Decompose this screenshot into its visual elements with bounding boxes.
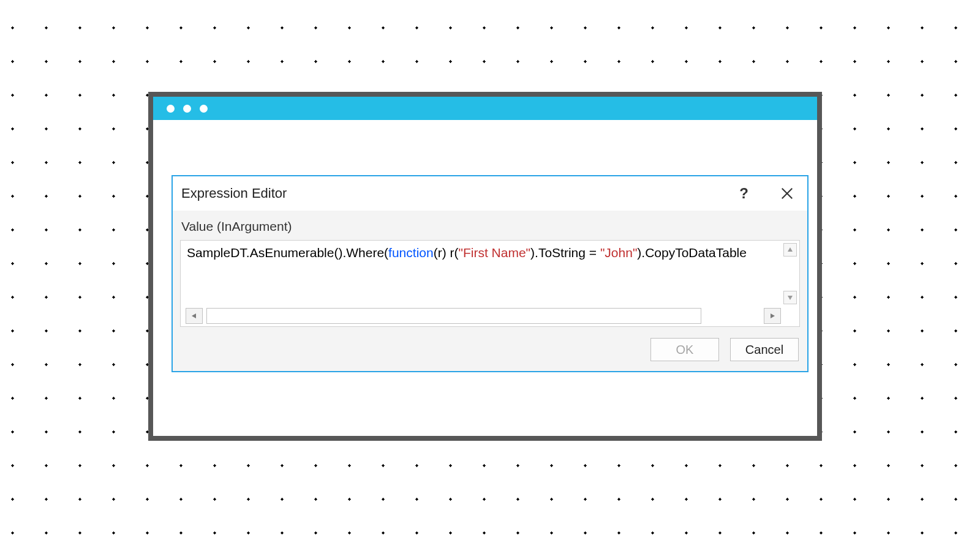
dialog-header: Expression Editor ? (173, 176, 807, 211)
triangle-left-icon (191, 313, 197, 319)
svg-marker-5 (771, 313, 775, 318)
svg-marker-2 (788, 247, 793, 252)
close-icon (780, 187, 794, 200)
scroll-up-button[interactable] (783, 243, 797, 257)
code-string: "John" (600, 246, 637, 260)
window-dot-icon (183, 105, 191, 113)
code-segment: ).ToString = (530, 246, 600, 260)
vertical-scrollbar[interactable] (781, 241, 799, 307)
dialog-footer: OK Cancel (173, 331, 807, 371)
expression-input[interactable]: SampleDT.AsEnumerable().Where(function(r… (180, 240, 800, 327)
svg-marker-4 (192, 313, 196, 318)
svg-marker-3 (788, 296, 793, 300)
dialog-subheader: Value (InArgument) (173, 211, 807, 240)
scroll-down-button[interactable] (783, 291, 797, 304)
ok-button[interactable]: OK (650, 338, 719, 361)
scroll-left-button[interactable] (186, 308, 203, 324)
code-keyword: function (388, 246, 434, 260)
dialog-title: Expression Editor (181, 186, 287, 201)
code-segment: SampleDT.AsEnumerable().Where( (187, 246, 388, 260)
window-body: Expression Editor ? Value (InArgument) S… (153, 120, 817, 436)
expression-text: SampleDT.AsEnumerable().Where(function(r… (187, 246, 777, 260)
titlebar[interactable] (153, 97, 817, 120)
app-window: Expression Editor ? Value (InArgument) S… (148, 92, 822, 441)
scrollbar-spacer (705, 308, 760, 324)
horizontal-scrollbar[interactable] (186, 308, 781, 324)
help-button[interactable]: ? (739, 185, 748, 202)
triangle-right-icon (769, 313, 775, 319)
window-dot-icon (200, 105, 208, 113)
code-segment: ).CopyToDataTable (637, 246, 747, 260)
dialog-header-controls: ? (739, 185, 797, 202)
triangle-up-icon (787, 247, 793, 253)
expression-editor-dialog: Expression Editor ? Value (InArgument) S… (172, 175, 809, 372)
cancel-button[interactable]: Cancel (730, 338, 799, 361)
code-segment: (r) r( (434, 246, 459, 260)
close-button[interactable] (780, 187, 794, 200)
scrollbar-track[interactable] (206, 308, 701, 324)
code-string: "First Name" (458, 246, 530, 260)
triangle-down-icon (787, 294, 793, 301)
window-dot-icon (167, 105, 175, 113)
scroll-right-button[interactable] (764, 308, 781, 324)
